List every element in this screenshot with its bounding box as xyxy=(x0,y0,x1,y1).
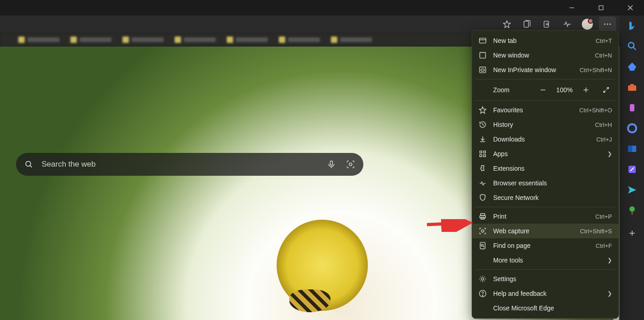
menu-item-new-window[interactable]: New window Ctrl+N xyxy=(472,48,618,63)
sidebar-add-button[interactable]: ＋ xyxy=(627,227,638,238)
menu-item-shortcut: Ctrl+H xyxy=(595,121,612,128)
shield-icon xyxy=(479,194,487,202)
profile-button[interactable] xyxy=(579,16,596,32)
collections-button[interactable] xyxy=(518,16,536,32)
menu-item-apps[interactable]: Apps ❯ xyxy=(472,147,618,161)
menu-item-browser-essentials[interactable]: Browser essentials xyxy=(472,176,618,190)
menu-item-new-inprivate-window[interactable]: New InPrivate window Ctrl+Shift+N xyxy=(472,63,618,77)
sidebar-designer-icon[interactable] xyxy=(627,164,638,175)
search-input[interactable] xyxy=(42,160,319,169)
background-image-detail xyxy=(289,289,330,312)
menu-item-secure-network[interactable]: Secure Network xyxy=(472,190,618,205)
shopping-button[interactable] xyxy=(538,16,556,32)
browser-essentials-button[interactable] xyxy=(559,16,576,32)
sidebar-tree-icon[interactable] xyxy=(627,205,638,216)
svg-rect-1 xyxy=(599,6,603,10)
menu-item-history[interactable]: History Ctrl+H xyxy=(472,117,618,132)
apps-icon xyxy=(479,150,487,158)
window-minimize-button[interactable] xyxy=(562,0,582,15)
svg-rect-27 xyxy=(631,211,633,215)
sidebar-office-icon[interactable] xyxy=(627,123,638,134)
star-icon xyxy=(479,106,487,114)
window-close-button[interactable] xyxy=(620,0,640,15)
sidebar-drop-icon[interactable] xyxy=(627,184,638,195)
svg-point-22 xyxy=(628,124,636,132)
window-maximize-button[interactable] xyxy=(591,0,611,15)
svg-rect-43 xyxy=(480,215,486,218)
svg-marker-4 xyxy=(504,21,511,28)
sidebar-games-icon[interactable] xyxy=(627,102,638,113)
svg-rect-21 xyxy=(630,104,634,111)
menu-item-shortcut: Ctrl+N xyxy=(595,52,612,59)
menu-item-label: Settings xyxy=(493,275,612,283)
menu-item-new-tab[interactable]: New tab Ctrl+T xyxy=(472,33,618,48)
svg-point-9 xyxy=(604,24,606,25)
svg-marker-37 xyxy=(479,107,486,113)
menu-item-close-microsoft-edge[interactable]: Close Microsoft Edge xyxy=(472,301,618,315)
capture-icon xyxy=(479,227,487,235)
print-icon xyxy=(479,212,487,220)
menu-item-label: Apps xyxy=(493,150,601,157)
svg-rect-41 xyxy=(484,155,486,157)
image-search-button[interactable] xyxy=(344,158,357,171)
zoom-value: 100% xyxy=(554,86,575,94)
chevron-right-icon: ❯ xyxy=(607,257,612,263)
menu-item-label: Find on page xyxy=(493,242,589,249)
menu-item-label: Close Microsoft Edge xyxy=(493,304,612,312)
edge-sidebar: ＋ xyxy=(620,16,644,320)
svg-line-13 xyxy=(30,166,32,168)
svg-rect-20 xyxy=(630,84,634,86)
sidebar-search-icon[interactable] xyxy=(627,41,638,52)
sidebar-bing-icon[interactable] xyxy=(627,20,638,31)
svg-rect-24 xyxy=(628,146,632,152)
menu-item-find-on-page[interactable]: Find on page Ctrl+F xyxy=(472,238,618,253)
svg-point-12 xyxy=(26,161,31,166)
menu-item-label: Help and feedback xyxy=(493,290,601,297)
favorite-star-button[interactable] xyxy=(498,16,516,32)
svg-rect-14 xyxy=(330,161,333,165)
settings-and-more-button[interactable] xyxy=(599,16,616,32)
svg-rect-29 xyxy=(480,52,486,58)
svg-point-26 xyxy=(629,206,635,212)
search-bar[interactable] xyxy=(16,153,363,176)
menu-zoom-label: Zoom xyxy=(479,86,532,94)
fullscreen-button[interactable] xyxy=(600,84,612,96)
svg-line-48 xyxy=(483,246,484,247)
inprivate-icon xyxy=(479,66,487,74)
svg-rect-38 xyxy=(480,151,482,153)
svg-rect-19 xyxy=(628,85,636,91)
svg-point-49 xyxy=(481,278,484,280)
menu-item-favourites[interactable]: Favourites Ctrl+Shift+O xyxy=(472,103,618,117)
sidebar-shopping-icon[interactable] xyxy=(627,61,638,72)
menu-item-label: Web capture xyxy=(493,227,574,235)
tab-icon xyxy=(479,37,487,45)
svg-point-45 xyxy=(481,230,484,232)
sidebar-tools-icon[interactable] xyxy=(627,82,638,93)
svg-point-11 xyxy=(609,24,611,25)
svg-point-51 xyxy=(482,295,483,295)
menu-item-shortcut: Ctrl+P xyxy=(596,213,612,220)
heart-icon xyxy=(479,179,487,187)
menu-item-label: Extensions xyxy=(493,165,612,172)
search-icon xyxy=(22,158,35,171)
menu-item-print[interactable]: Print Ctrl+P xyxy=(472,209,618,224)
svg-rect-31 xyxy=(481,69,484,71)
zoom-out-button[interactable] xyxy=(537,84,549,96)
menu-zoom-row: Zoom 100% xyxy=(472,81,618,99)
svg-rect-46 xyxy=(480,242,485,249)
menu-item-web-capture[interactable]: Web capture Ctrl+Shift+S xyxy=(472,224,618,238)
window-icon xyxy=(479,51,487,59)
settings-and-more-menu: New tab Ctrl+T New window Ctrl+N New InP… xyxy=(472,30,619,319)
menu-item-extensions[interactable]: Extensions xyxy=(472,161,618,176)
findpage-icon xyxy=(479,241,487,250)
menu-item-more-tools[interactable]: More tools ❯ xyxy=(472,253,618,268)
menu-item-settings[interactable]: Settings xyxy=(472,272,618,286)
voice-search-button[interactable] xyxy=(325,158,338,171)
history-icon xyxy=(479,121,487,129)
menu-item-downloads[interactable]: Downloads Ctrl+J xyxy=(472,132,618,147)
zoom-in-button[interactable] xyxy=(580,84,592,96)
svg-point-10 xyxy=(607,24,608,25)
sidebar-outlook-icon[interactable] xyxy=(627,143,638,154)
svg-rect-39 xyxy=(484,151,486,153)
menu-item-help-and-feedback[interactable]: Help and feedback ❯ xyxy=(472,286,618,301)
